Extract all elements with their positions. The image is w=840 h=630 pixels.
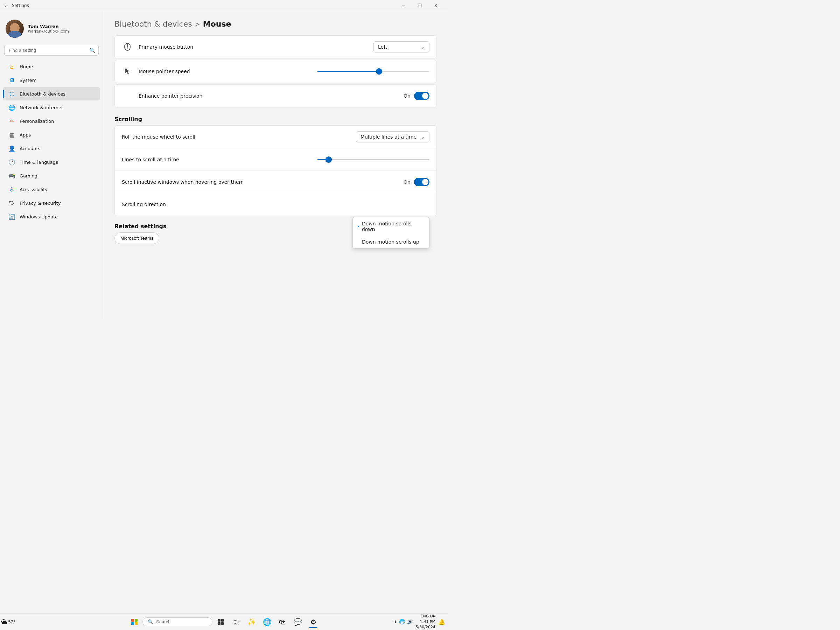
accounts-nav-icon: 👤 bbox=[8, 145, 16, 152]
pointer-speed-control bbox=[317, 71, 429, 72]
breadcrumb: Bluetooth & devices > Mouse bbox=[114, 20, 437, 28]
gaming-nav-icon: 🎮 bbox=[8, 172, 16, 179]
scroll-option-up-label: Down motion scrolls up bbox=[362, 239, 419, 245]
sidebar-item-apps[interactable]: ▦ Apps bbox=[3, 128, 100, 141]
profile-section: Tom Warren warren@outlook.com bbox=[0, 17, 103, 43]
privacy-nav-icon: 🛡 bbox=[8, 199, 16, 207]
sidebar-item-bluetooth[interactable]: ⬡ Bluetooth & devices bbox=[3, 87, 100, 101]
scrolling-section-header: Scrolling bbox=[114, 109, 437, 125]
pointer-icon bbox=[122, 66, 133, 77]
roll-wheel-control: Multiple lines at a time ⌄ bbox=[356, 131, 429, 142]
profile-info: Tom Warren warren@outlook.com bbox=[28, 24, 69, 33]
roll-wheel-label: Roll the mouse wheel to scroll bbox=[122, 134, 356, 140]
microsoft-teams-button[interactable]: Microsoft Teams bbox=[114, 232, 159, 244]
personalization-nav-icon: ✏ bbox=[8, 118, 16, 125]
primary-mouse-control: Left ⌄ bbox=[373, 41, 429, 52]
update-nav-label: Windows Update bbox=[20, 214, 58, 219]
accessibility-nav-icon: ♿ bbox=[8, 186, 16, 193]
search-input[interactable] bbox=[4, 45, 99, 56]
breadcrumb-parent: Bluetooth & devices bbox=[114, 20, 192, 28]
scroll-inactive-state: On bbox=[404, 179, 411, 185]
lines-scroll-control bbox=[317, 159, 429, 160]
scroll-direction-label: Scrolling direction bbox=[122, 202, 429, 207]
lines-scroll-row: Lines to scroll at a time bbox=[115, 148, 436, 171]
system-nav-icon: 🖥 bbox=[8, 77, 16, 84]
enhance-precision-toggle[interactable] bbox=[414, 92, 429, 100]
scroll-option-up[interactable]: Down motion scrolls up bbox=[353, 235, 429, 248]
slider-fill bbox=[317, 71, 379, 72]
sidebar-item-update[interactable]: 🔄 Windows Update bbox=[3, 210, 100, 223]
primary-mouse-label: Primary mouse button bbox=[139, 44, 373, 50]
pointer-speed-card: Mouse pointer speed bbox=[114, 60, 437, 83]
sidebar-item-privacy[interactable]: 🛡 Privacy & security bbox=[3, 196, 100, 210]
enhance-precision-state: On bbox=[404, 93, 411, 99]
titlebar-title: Settings bbox=[12, 3, 29, 8]
lines-slider-thumb[interactable] bbox=[325, 156, 332, 163]
avatar-body bbox=[8, 31, 21, 38]
primary-mouse-value: Left bbox=[378, 44, 387, 50]
nav-list: ⌂ Home 🖥 System ⬡ Bluetooth & devices 🌐 … bbox=[0, 60, 103, 223]
minimize-button[interactable]: ─ bbox=[395, 0, 412, 11]
profile-name: Tom Warren bbox=[28, 24, 69, 29]
selected-dot-icon bbox=[358, 226, 359, 227]
sidebar-item-personalization[interactable]: ✏ Personalization bbox=[3, 114, 100, 128]
home-nav-label: Home bbox=[20, 64, 33, 69]
time-nav-icon: 🕐 bbox=[8, 159, 16, 166]
scroll-option-down-label: Down motion scrolls down bbox=[362, 221, 424, 232]
roll-wheel-row: Roll the mouse wheel to scroll Multiple … bbox=[115, 126, 436, 148]
pointer-speed-row: Mouse pointer speed bbox=[115, 60, 436, 83]
enhance-precision-card: Enhance pointer precision On bbox=[114, 84, 437, 107]
accessibility-nav-label: Accessibility bbox=[20, 187, 47, 192]
scroll-inactive-toggle[interactable] bbox=[414, 178, 429, 186]
search-icon: 🔍 bbox=[89, 47, 95, 53]
maximize-button[interactable]: ❐ bbox=[412, 0, 428, 11]
dropdown-chevron-icon: ⌄ bbox=[421, 44, 425, 50]
network-nav-icon: 🌐 bbox=[8, 104, 16, 111]
sidebar-item-accounts[interactable]: 👤 Accounts bbox=[3, 142, 100, 155]
scroll-inactive-row: Scroll inactive windows when hovering ov… bbox=[115, 171, 436, 193]
sidebar-item-time[interactable]: 🕐 Time & language bbox=[3, 155, 100, 169]
avatar bbox=[6, 20, 24, 38]
privacy-nav-label: Privacy & security bbox=[20, 201, 60, 206]
close-button[interactable]: ✕ bbox=[428, 0, 444, 11]
lines-slider-track bbox=[317, 159, 429, 160]
primary-mouse-dropdown[interactable]: Left ⌄ bbox=[373, 41, 429, 52]
sidebar: Tom Warren warren@outlook.com 🔍 ⌂ Home 🖥… bbox=[0, 11, 103, 319]
lines-scroll-slider[interactable] bbox=[317, 159, 429, 160]
scroll-option-down[interactable]: Down motion scrolls down bbox=[353, 217, 429, 235]
breadcrumb-separator: > bbox=[195, 20, 200, 28]
primary-mouse-card: Primary mouse button Left ⌄ bbox=[114, 35, 437, 58]
sidebar-item-home[interactable]: ⌂ Home bbox=[3, 60, 100, 73]
mouse-button-icon bbox=[122, 41, 133, 52]
profile-email: warren@outlook.com bbox=[28, 29, 69, 33]
enhance-precision-control: On bbox=[404, 92, 429, 100]
svg-point-2 bbox=[127, 47, 128, 49]
sidebar-item-gaming[interactable]: 🎮 Gaming bbox=[3, 169, 100, 182]
roll-wheel-value: Multiple lines at a time bbox=[360, 134, 417, 140]
titlebar-controls: ─ ❐ ✕ bbox=[395, 0, 444, 11]
avatar-image bbox=[6, 20, 24, 38]
scroll-direction-dropdown-menu: Down motion scrolls down Down motion scr… bbox=[352, 217, 429, 248]
sidebar-item-system[interactable]: 🖥 System bbox=[3, 74, 100, 87]
titlebar-left: ← Settings bbox=[4, 3, 29, 8]
roll-wheel-dropdown[interactable]: Multiple lines at a time ⌄ bbox=[356, 131, 429, 142]
slider-thumb[interactable] bbox=[376, 68, 382, 74]
personalization-nav-label: Personalization bbox=[20, 118, 54, 124]
sidebar-item-accessibility[interactable]: ♿ Accessibility bbox=[3, 183, 100, 196]
pointer-speed-slider[interactable] bbox=[317, 71, 429, 72]
back-icon: ← bbox=[4, 3, 8, 8]
network-nav-label: Network & internet bbox=[20, 105, 63, 110]
update-nav-icon: 🔄 bbox=[8, 213, 16, 220]
apps-nav-label: Apps bbox=[20, 132, 31, 137]
gaming-nav-label: Gaming bbox=[20, 173, 38, 178]
titlebar: ← Settings ─ ❐ ✕ bbox=[0, 0, 448, 11]
sidebar-item-network[interactable]: 🌐 Network & internet bbox=[3, 101, 100, 114]
home-nav-icon: ⌂ bbox=[8, 63, 16, 70]
time-nav-label: Time & language bbox=[20, 159, 58, 165]
pointer-speed-label: Mouse pointer speed bbox=[139, 69, 317, 74]
primary-mouse-row: Primary mouse button Left ⌄ bbox=[115, 36, 436, 58]
breadcrumb-current: Mouse bbox=[203, 20, 231, 28]
scroll-inactive-control: On bbox=[404, 178, 429, 186]
roll-wheel-chevron-icon: ⌄ bbox=[421, 134, 425, 140]
accounts-nav-label: Accounts bbox=[20, 146, 40, 151]
